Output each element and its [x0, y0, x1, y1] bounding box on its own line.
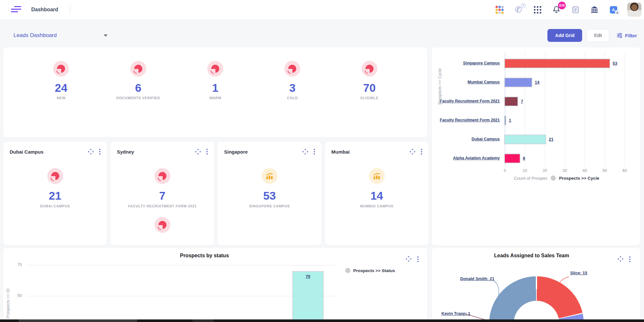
- bar-value-link[interactable]: 70: [292, 274, 324, 279]
- bar[interactable]: [504, 135, 546, 144]
- bar-value-link[interactable]: 8: [523, 156, 525, 161]
- bar-row: Mumbai Campus14: [432, 73, 640, 92]
- bar-value-link[interactable]: 1: [509, 118, 511, 123]
- bank-glyph: [590, 5, 599, 14]
- pie-chart-icon: [284, 61, 300, 77]
- user-avatar[interactable]: [627, 3, 641, 17]
- slice-label[interactable]: Donald Smith: 21: [460, 276, 494, 281]
- category-link[interactable]: Dubai Campus: [432, 137, 502, 142]
- card-title: Singapore: [224, 149, 248, 155]
- notes-icon[interactable]: [570, 5, 581, 15]
- move-icon[interactable]: [409, 148, 416, 155]
- bar-value-link[interactable]: 7: [521, 99, 523, 104]
- stat-value: 24: [55, 81, 67, 94]
- bar-row: Faculty Recruitment Form 20217: [432, 92, 640, 111]
- category-link[interactable]: Alpha Aviation Academy: [432, 156, 502, 161]
- category-link[interactable]: Mumbai Campus: [432, 80, 502, 85]
- stat-tile-cold: 3 COLD: [254, 61, 331, 137]
- bar[interactable]: [504, 154, 520, 163]
- topbar-icons: ✆? 070: [494, 0, 641, 19]
- x-tick-label: 0: [500, 168, 510, 173]
- move-icon[interactable]: [302, 148, 308, 155]
- y-axis-label: Prospects >> Cycle: [437, 56, 442, 117]
- campus-card-sydney: Sydney 7 FACULTY RECRUITMENT FORM 2021: [110, 142, 214, 245]
- x-tick-label: 60: [620, 168, 630, 173]
- stat-label: ELIGIBLE: [361, 95, 379, 101]
- bar-row: Singapore Campus53: [432, 54, 640, 73]
- kebab-menu-icon[interactable]: [99, 148, 101, 155]
- stat-value: 6: [135, 81, 141, 94]
- dashboard-select[interactable]: Leads Dashboard: [14, 32, 108, 39]
- call-help-icon[interactable]: ✆?: [513, 5, 524, 15]
- slice-label[interactable]: Slice: 15: [570, 270, 587, 275]
- bar[interactable]: [504, 97, 518, 106]
- legend-item[interactable]: Prospects >> Status: [353, 268, 395, 273]
- kebab-menu-icon[interactable]: [417, 256, 419, 263]
- dashboard-screen: Dashboard ✆? 070: [0, 0, 644, 322]
- topbar: Dashboard ✆? 070: [0, 0, 644, 19]
- title-divider: [70, 5, 70, 14]
- bar[interactable]: [504, 59, 610, 68]
- campus-label: SINGAPORE CAMPUS: [229, 204, 310, 209]
- legend-marker[interactable]: [345, 268, 350, 273]
- bar[interactable]: [504, 78, 532, 87]
- stat-tile-warm: 1 WARM: [177, 61, 254, 137]
- bar-value-link[interactable]: 14: [535, 80, 539, 85]
- stat-label: WARM: [209, 95, 221, 101]
- category-link[interactable]: Faculty Recruitment Form 2021: [432, 118, 502, 123]
- stat-value: 3: [289, 81, 295, 94]
- x-tick-label: 30: [560, 168, 570, 173]
- legend-marker[interactable]: [551, 175, 556, 181]
- chevron-down-icon: [104, 34, 108, 37]
- institution-icon[interactable]: [589, 5, 600, 15]
- category-link[interactable]: Singapore Campus: [432, 61, 502, 66]
- x-tick-label: 40: [580, 168, 590, 173]
- lead-stats-card: 24 NEW 6 DOCUMENTS VERIFIED 1 WARM 3 COL…: [3, 47, 427, 137]
- apps-grid-icon[interactable]: [532, 5, 543, 15]
- add-grid-button[interactable]: Add Grid: [547, 29, 582, 42]
- pie-chart-icon: [130, 61, 146, 77]
- bar-value-link[interactable]: 21: [549, 137, 553, 142]
- stat-tile-eligible: 70 ELIGIBLE: [331, 61, 408, 137]
- kebab-menu-icon[interactable]: [420, 148, 423, 155]
- color-grid-icon[interactable]: [494, 5, 505, 15]
- kebab-menu-icon[interactable]: [206, 148, 208, 155]
- bar-value-link[interactable]: 53: [613, 61, 617, 66]
- x-axis-label: Count of Prospec: [514, 176, 547, 181]
- menu-icon[interactable]: [11, 6, 21, 14]
- move-icon[interactable]: [405, 256, 412, 262]
- campus-card-mumbai: Mumbai 14 MUMBAI CAMPUS: [325, 142, 429, 245]
- stat-tile-new: 24 NEW: [23, 61, 99, 137]
- pie-chart-icon: [155, 217, 170, 233]
- bar[interactable]: [504, 116, 506, 125]
- card-title: Dubai Campus: [10, 149, 43, 155]
- x-tick-label: 20: [540, 168, 550, 173]
- stat-label: NEW: [57, 95, 65, 101]
- bars-trend-glyph: [373, 172, 381, 180]
- nine-dots-glyph: [534, 6, 541, 14]
- slice-label[interactable]: Kevin Trapp: 1: [441, 311, 470, 316]
- kebab-menu-icon[interactable]: [313, 148, 316, 155]
- move-icon[interactable]: [617, 256, 624, 262]
- kebab-menu-icon[interactable]: [629, 256, 631, 263]
- card-title: Sydney: [117, 149, 134, 155]
- campus-value: 7: [159, 189, 165, 202]
- campus-card-singapore: Singapore 53 SINGAPORE CAMPUS: [218, 142, 321, 245]
- taskbar-edge: [0, 319, 644, 322]
- legend-item[interactable]: Prospects >> Cycle: [559, 176, 599, 181]
- filter-label: Filter: [625, 33, 637, 38]
- move-icon[interactable]: [195, 148, 201, 155]
- campus-card-dubai: Dubai Campus 21 DUBAI CAMPUS: [3, 142, 107, 245]
- toolbar-actions: Add Grid Edit Filter: [547, 29, 639, 42]
- notifications-bell-icon[interactable]: 070: [551, 5, 562, 15]
- edit-button[interactable]: Edit: [587, 29, 609, 42]
- x-tick-label: 10: [520, 168, 530, 173]
- trend-chart-icon: [369, 168, 385, 184]
- pie-chart-icon: [53, 61, 69, 77]
- category-link[interactable]: Faculty Recruitment Form 2021: [432, 99, 502, 104]
- translate-icon[interactable]: A x: [608, 5, 619, 15]
- pie-chart-icon: [207, 61, 223, 77]
- cycle-bar-rows: Singapore Campus53Mumbai Campus14Faculty…: [432, 54, 640, 168]
- filter-button[interactable]: Filter: [614, 32, 639, 39]
- move-icon[interactable]: [88, 148, 94, 155]
